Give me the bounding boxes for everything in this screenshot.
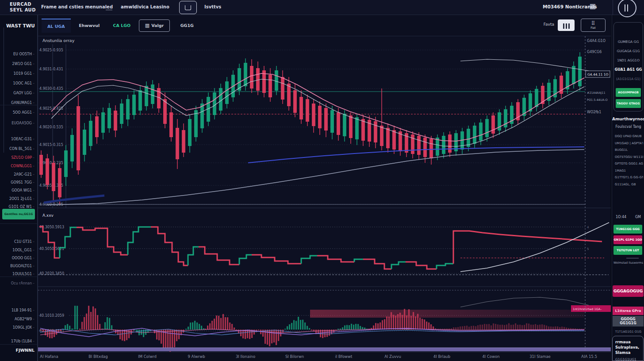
panel-info-block: DGQ UPAD GNUBUM1GAD | AGPTA'BBUGG1LOGTST… [615,133,643,188]
tab-label: CA LGO [113,23,131,28]
watchlist-row-tick: – [33,308,34,312]
order-card-row[interactable]: (A1G1G1A G1) [614,74,643,84]
watchlist-row-label: GOOA WG1 [12,188,32,192]
panel-action-button-2[interactable]: GN1PL G1PG 1GO [613,235,642,244]
panel2-right-tick: 4 [587,226,589,229]
secondary-tag-button[interactable]: L1ttsrea GPra [613,307,644,315]
watchlist-row-tick: – [33,81,34,85]
watchlist-row[interactable]: 1O19 GG1– [13,72,34,76]
order-card-row[interactable]: GUMEGA GG [614,37,643,46]
watchlist-row[interactable]: 5OO AGG1– [13,111,34,115]
watchlist-row-label: CON BL_5G1 [9,147,32,151]
watchlist-row[interactable]: EUOAA5OG– [12,121,34,125]
watchlist-row[interactable]: GANUMAG1– [11,101,34,105]
watchlist-row[interactable]: 2OO1 2J-LG1– [9,197,34,201]
watchlist-row[interactable]: BUGOALTG1– [10,264,34,268]
watchlist-row[interactable]: SZU1O G9P– [12,156,34,160]
watchlist-row-tick: – [33,147,34,151]
chart-tab-1[interactable]: AL UGA [42,19,71,33]
grid-layout-button[interactable]: ⠿ Fiat [581,19,606,32]
supertrend-segment [60,227,77,258]
time-axis-label: 9 Alwrwb [188,354,205,359]
header-box-button[interactable] [179,1,197,14]
header-menu-item-1[interactable]: Frame and csties menunaled [41,4,113,9]
header-account-label[interactable]: M03469 Nonticrands [543,4,597,9]
watchlist-row[interactable]: GAOY LGG– [13,91,34,95]
watchlist-row[interactable]: 2W1O GG1– [12,62,34,66]
panel2-label: A.xxv [42,213,54,218]
macd-white-curve [460,297,589,307]
watchlist-row[interactable]: C1U GT31– [14,240,34,244]
pink-ma-line [51,73,584,141]
time-axis-label: Bl Bltxdag [88,354,107,359]
watchlist-row-tick: – [33,156,34,160]
watchlist-row-label: C1U GT31 [14,240,32,244]
watchlist-row[interactable]: 1OOL_GG1– [12,248,34,252]
header-input-underline[interactable] [106,10,112,10]
order-card-button-2[interactable]: TAGGU GTAGG [616,99,641,108]
watchlist-row[interactable]: GO9S1 7GG– [11,180,34,184]
supertrend-segment [239,255,252,265]
watchlist-row[interactable]: EU OO5TH– [13,52,34,56]
watchlist-row-tick: – [33,91,34,95]
chart-tab-2[interactable]: Ehwwvul [73,19,105,33]
header-box-button-label[interactable]: Isvttvs [204,4,221,9]
watchlist-row[interactable]: 17Ub (1LB4– [11,339,34,343]
watchlist-row[interactable]: AGB2*W9– [15,317,34,321]
primary-sell-button[interactable]: GGGAGOGUG [613,285,644,297]
grid-icon[interactable]: ▦ [590,2,596,10]
panel-info-line: G1TTGT1.G GG-GTAG [615,174,643,181]
watchlist-row-label: SZU1O G9P [12,156,32,160]
right-axis-label: G49CG6 [587,50,602,54]
chart-canvas[interactable]: 4.9025-0.9354.9031-0.4314.9030-0.4354.90… [38,36,611,352]
watchlist-row[interactable]: 2A9C-G21– [14,173,34,177]
watchlist-row-label: 17Ub (1LB4 [11,339,32,343]
watchlist-row[interactable]: 1OOC AG1– [13,81,34,85]
order-card-row[interactable]: GUA1 AG1 GG [614,65,643,74]
panel-action-button-1[interactable]: T1NG1GG GGG [613,225,642,234]
watchlist-row-label: OOOO GG1 [12,256,32,260]
supertrend-segment [151,227,188,265]
watchlist-row[interactable]: Ocu rAnnan– [11,281,34,285]
watchlist-row-tick: – [33,173,34,177]
watchlist-row-label: GANUMAG1 [11,101,32,105]
watchlist-row[interactable]: 1OEAC-G31– [11,137,34,141]
order-card: GUMEGA GGGUGAGA G1G1ND1 AGG1OGUA1 AG1 GG… [613,22,643,111]
watchlist-row[interactable]: 1OUUL5G1– [12,272,34,276]
panel-footnote: T1T1AG1G1 O1G [612,330,644,334]
circle-bar-icon [627,4,628,12]
watchlist-row-label: GAOY LGG [13,91,32,95]
bars-style-button[interactable] [558,19,575,31]
panel-footer-box[interactable]: rrmaua Sulraplava, Slamsa G1G1G1UG1 Lava [612,336,644,361]
tab-label: Valgr [151,23,164,28]
panel-action-button-3[interactable]: TGTGTUN LGT [613,246,642,255]
order-card-row[interactable]: 1ND1 AGG1O [614,56,643,65]
watchlist-row[interactable]: GOOA WG1– [12,188,34,192]
panel3-axis-label: 40.1010.2059 [39,314,64,318]
order-card-row[interactable]: GUGAGA G1G [614,46,643,56]
supertrend-segment [363,259,391,269]
watchlist-row[interactable]: COWNLGG1– [11,164,34,168]
watchlist-row[interactable]: 1LB 194-91– [12,308,34,312]
time-axis-label: il Bfowwt [335,354,353,359]
neutral-button[interactable]: GGOGG GG1G1G [613,316,644,326]
supertrend-segment [128,227,151,255]
watchlist-row[interactable]: OOOO GG1– [12,256,34,260]
watchlist-row-label: 1OUUL5G1 [12,272,32,276]
header-divider [613,0,613,15]
watchlist-row[interactable]: G1O1 OZ W1– [8,205,34,209]
watchlist-row[interactable]: FJWNNL [16,348,34,353]
watchlist-row[interactable]: CON BL_5G1– [9,147,34,151]
order-card-button-1[interactable]: AGGUMPAGB [616,88,641,97]
watchlist-action-button[interactable]: Gentlles ou,GG1G [2,209,35,219]
panel-info-line: OGTSTGGU W111B [615,154,643,161]
watchlist-row-tick: – [33,101,34,105]
chart-tab-3[interactable]: CA LGO [107,19,137,33]
watchlist-row[interactable]: 1O9GL JOX– [13,326,34,330]
chart-tab-5[interactable]: GG1G [175,19,199,33]
favorites-button[interactable]: Favta [544,22,554,27]
header-menu-item-2[interactable]: amwldivica Leasino [121,4,169,9]
chart-tab-4[interactable]: ▥Valgr [139,19,170,32]
main-axis-label: 4.9031-0.431 [39,67,63,71]
slow-ma-line [47,150,584,205]
